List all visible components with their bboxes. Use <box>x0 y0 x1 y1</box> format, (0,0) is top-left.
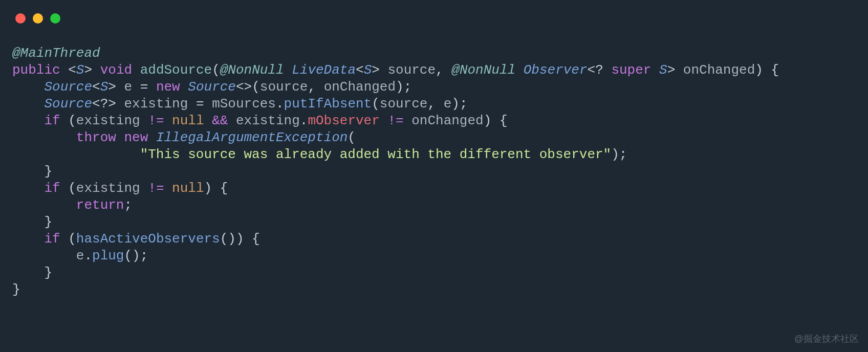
var-existing: existing <box>124 96 188 112</box>
brace-open: { <box>212 181 228 196</box>
diamond: <> <box>236 79 252 95</box>
generic-open: < <box>92 96 100 112</box>
annotation: @MainThread <box>12 46 100 61</box>
keyword-return: return <box>76 197 124 213</box>
semicolon: ; <box>124 197 132 213</box>
keyword-super: super <box>611 62 651 78</box>
annotation-nonnull: @NonNull <box>451 62 515 78</box>
var-existing: existing <box>236 113 300 128</box>
type-param-s: S <box>76 62 84 78</box>
generic-open: < <box>92 79 100 95</box>
close-window-dot[interactable] <box>15 13 26 24</box>
type-param-s: S <box>100 79 108 95</box>
keyword-if: if <box>44 181 60 196</box>
type-param-s: S <box>364 62 372 78</box>
generic-open: < <box>356 62 364 78</box>
type-param-s: S <box>659 62 667 78</box>
equals: = <box>188 96 212 112</box>
string-literal: "This source was already added with the … <box>140 147 612 162</box>
type-source: Source <box>44 79 92 95</box>
generic-close: > <box>667 62 676 78</box>
paren-open: ( <box>60 113 76 128</box>
generic-close: > <box>372 62 380 78</box>
op-neq: != <box>140 181 172 196</box>
comma: , <box>436 62 451 78</box>
type-livedata: LiveData <box>292 62 356 78</box>
type-source: Source <box>44 96 92 112</box>
op-neq: != <box>380 113 411 128</box>
paren-open: ( <box>348 130 356 145</box>
call-plug: plug <box>92 248 124 263</box>
brace-close: } <box>44 214 52 230</box>
arg-e: e <box>444 96 452 112</box>
paren-close: ) <box>484 113 492 128</box>
obj-msources: mSources <box>212 96 276 112</box>
var-e: e <box>76 248 84 263</box>
parens: () <box>220 231 236 247</box>
arg-source: source <box>260 79 308 95</box>
var-e: e <box>124 79 132 95</box>
var-onchanged: onChanged <box>411 113 483 128</box>
paren-close: ) <box>236 231 244 247</box>
watermark: @掘金技术社区 <box>794 333 859 345</box>
comma: , <box>427 96 443 112</box>
var-existing: existing <box>76 181 140 196</box>
generic-open: < <box>68 62 76 78</box>
keyword-void: void <box>100 62 132 78</box>
arg-onchanged: onChanged <box>324 79 396 95</box>
brace-close: } <box>44 265 52 280</box>
generic-close: > <box>108 96 116 112</box>
semicolon: ; <box>404 79 412 95</box>
brace-open: { <box>491 113 507 128</box>
keyword-if: if <box>44 231 60 247</box>
wildcard: ? <box>100 96 108 112</box>
generic-close: > <box>84 62 92 78</box>
semicolon: ; <box>619 147 627 162</box>
equals: = <box>132 79 156 95</box>
dot: . <box>300 113 308 128</box>
parens: () <box>124 248 140 263</box>
dot: . <box>84 248 92 263</box>
paren-close: ) <box>755 62 763 78</box>
call-putifabsent: putIfAbsent <box>284 96 372 112</box>
type-observer: Observer <box>524 62 588 78</box>
keyword-public: public <box>12 62 60 78</box>
brace-close: } <box>44 164 52 179</box>
wildcard: ? <box>595 62 603 78</box>
paren-close: ) <box>451 96 460 112</box>
minimize-window-dot[interactable] <box>33 13 43 24</box>
brace-open: { <box>763 62 779 78</box>
paren-open: ( <box>372 96 380 112</box>
keyword-new: new <box>156 79 180 95</box>
maximize-window-dot[interactable] <box>50 13 60 24</box>
constructor-iae: IllegalArgumentException <box>156 130 348 145</box>
op-neq: != <box>140 113 172 128</box>
arg-source: source <box>380 96 428 112</box>
param-source: source <box>387 62 436 78</box>
paren-open: ( <box>60 231 76 247</box>
call-hasactiveobservers: hasActiveObservers <box>76 231 220 247</box>
generic-open: < <box>588 62 596 78</box>
brace-close: } <box>12 282 20 297</box>
field-mobserver: mObserver <box>308 113 379 128</box>
paren-open: ( <box>60 181 76 196</box>
paren-close: ) <box>396 79 404 95</box>
null-literal: null <box>172 113 204 128</box>
method-addsource: addSource <box>140 62 212 78</box>
keyword-if: if <box>44 113 60 128</box>
window-controls <box>0 0 868 24</box>
code-block: @MainThread public <S> void addSource(@N… <box>0 24 868 298</box>
param-onchanged: onChanged <box>683 62 755 78</box>
comma: , <box>308 79 323 95</box>
paren-close: ) <box>611 147 619 162</box>
generic-close: > <box>108 79 116 95</box>
op-and: && <box>204 113 236 128</box>
annotation-nonnull: @NonNull <box>220 62 284 78</box>
var-existing: existing <box>76 113 140 128</box>
brace-open: { <box>244 231 260 247</box>
keyword-new: new <box>124 130 148 145</box>
constructor-source: Source <box>188 79 236 95</box>
keyword-throw: throw <box>76 130 116 145</box>
paren-close: ) <box>204 181 212 196</box>
paren-open: ( <box>252 79 260 95</box>
